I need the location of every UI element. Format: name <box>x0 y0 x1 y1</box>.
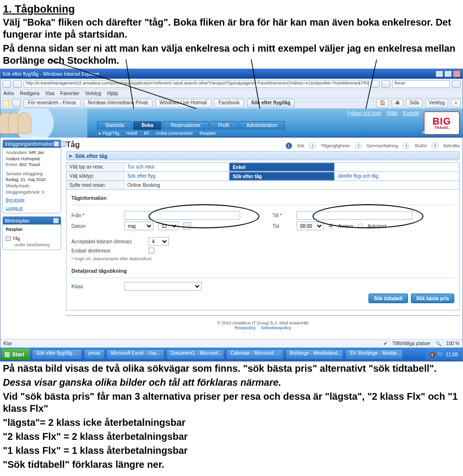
from-input[interactable] <box>124 211 240 220</box>
taskbar-item[interactable]: SV: Borlänge - Medde... <box>345 349 403 360</box>
tray-time: 11:08 <box>446 352 458 357</box>
subnav-flygtag[interactable]: Flyg/Tåg <box>99 131 120 136</box>
page-menu[interactable]: Sida <box>406 99 422 108</box>
link-byt-grupp[interactable]: Byt grupp <box>6 197 58 203</box>
direct-label: Endast direktresor <box>71 248 144 253</box>
header-link-contact[interactable]: Kontakt <box>403 111 419 116</box>
menu-verktyg[interactable]: Verktyg <box>85 91 101 96</box>
ie-tabs-row: För resenären - Finnar Nordeas Internetb… <box>0 98 463 109</box>
sok-basta-pris-button[interactable]: Sök bästa pris <box>411 294 454 303</box>
link-logga-ut[interactable]: Logga ut <box>6 205 58 211</box>
browser-tab[interactable]: Nordeas Internetbank Privat <box>83 99 152 108</box>
search-go-button[interactable] <box>452 80 461 88</box>
help-icon[interactable] <box>54 141 59 147</box>
opt-compare[interactable]: Jämför flyg och tåg <box>335 172 459 181</box>
user-label: Användare: <box>6 150 28 155</box>
klass-select[interactable] <box>124 282 202 291</box>
step-1-label: Sök <box>297 143 305 148</box>
tray-icon: 🔇 <box>429 352 435 357</box>
checkbox-icon[interactable] <box>6 236 11 241</box>
section-sok-efter-tag[interactable]: Sök efter tåg <box>66 151 460 160</box>
header-link-help[interactable]: Hjälp <box>387 111 398 116</box>
tab-boka[interactable]: Boka <box>133 121 161 130</box>
tab-administration[interactable]: Administration <box>238 121 285 130</box>
header-link-faq[interactable]: Frågor och svar <box>348 111 381 116</box>
status-left: Klar <box>3 341 12 346</box>
taskbar-item[interactable]: Calendar - Microsoft ... <box>226 349 284 360</box>
maximize-button[interactable] <box>444 70 452 77</box>
opt-search-train[interactable]: Sök efter tåg <box>229 172 334 181</box>
subnav-resplan[interactable]: Resplan <box>200 131 216 136</box>
feed-icon[interactable]: 🖶 <box>392 99 403 108</box>
tab-startsida[interactable]: Startsida <box>97 121 132 130</box>
search-input[interactable]: finnar <box>392 80 450 88</box>
menu-favoriter[interactable]: Favoriter <box>60 91 79 96</box>
logo-big: BIG <box>433 117 451 126</box>
menu-hjalp[interactable]: Hjälp <box>107 91 118 96</box>
address-input[interactable]: http://e-travelmanagement22.amadeus.com/… <box>24 80 369 88</box>
browser-tab[interactable]: Sök efter flyg/tåg <box>247 99 295 108</box>
tools-menu[interactable]: Verktyg <box>425 99 448 108</box>
start-button[interactable]: Start <box>1 349 30 360</box>
favorites-icon[interactable] <box>2 100 9 107</box>
stop-button[interactable] <box>381 80 390 88</box>
nav-forward-button[interactable] <box>13 80 22 88</box>
taskbar-item[interactable]: privat <box>84 349 104 360</box>
help-icon[interactable]: » <box>451 99 461 108</box>
direct-checkbox[interactable] <box>149 248 154 253</box>
subnav-andra[interactable]: Andra Leverantörer <box>156 131 193 136</box>
failed-logins: Misslyckade inloggningsförsök: 0 <box>6 183 58 195</box>
status-trusted: Tillförlitliga platser <box>392 341 431 346</box>
minimize-button[interactable] <box>436 70 443 77</box>
doc-paragraph-b4: "lägsta"= 2 klass icke återbetalningsbar <box>3 417 460 429</box>
address-bar-row: http://e-travelmanagement22.amadeus.com/… <box>0 79 463 89</box>
opt-spacer <box>335 163 459 171</box>
to-input[interactable] <box>297 211 412 220</box>
trusted-icon: ✔ <box>383 341 387 346</box>
tab-profil[interactable]: Profil <box>210 121 237 130</box>
addtab-icon[interactable] <box>12 99 21 107</box>
menu-redigera[interactable]: Redigera <box>20 91 40 96</box>
sok-tidtabell-button[interactable]: Sök tidtabell <box>368 294 408 303</box>
subnav-hotell[interactable]: Hotell <box>126 131 137 136</box>
footer-link-resepolicy[interactable]: Resepolicy <box>234 325 256 330</box>
menu-arkiv[interactable]: Arkiv <box>3 91 14 96</box>
nav-back-button[interactable] <box>2 80 11 88</box>
time-select[interactable]: 08:00 <box>297 222 324 230</box>
browser-tab[interactable]: För resenären - Finnar <box>24 99 81 108</box>
taskbar-item[interactable]: Borlänge - Meddeland... <box>286 349 343 360</box>
browser-tab[interactable]: Facebook <box>214 99 244 108</box>
subnav-bil[interactable]: Bil <box>144 131 149 136</box>
step-5-label: Bekräfta <box>443 143 460 148</box>
zoom-icon[interactable]: 🔍 <box>436 341 441 346</box>
menu-visa[interactable]: Visa <box>45 91 54 96</box>
time-label: Tid <box>272 224 292 229</box>
opt-roundtrip[interactable]: Tur och retur <box>124 163 229 171</box>
required-note: * Ange ort, stationsnamn eller stationsk… <box>71 256 454 261</box>
main-nav: Startsida Boka Reservationer Profil Admi… <box>97 121 285 130</box>
unit-label: Enhet: <box>6 162 18 167</box>
radio-ankomst[interactable] <box>358 224 363 228</box>
date-label: Datum <box>71 224 120 229</box>
collapse-icon[interactable] <box>53 218 59 224</box>
header-links: Frågor och svar Hjälp Kontakt <box>344 111 419 116</box>
date-day-select[interactable]: 22 <box>158 222 178 230</box>
taskbar-item[interactable]: Dokument1 - Microsof... <box>166 349 224 360</box>
refresh-button[interactable] <box>371 80 380 88</box>
opt-oneway[interactable]: Enkel <box>229 163 334 171</box>
footer-link-sekretess[interactable]: Sekretesspolicy <box>261 325 291 330</box>
taskbar-item[interactable]: Microsoft Excel - Usa... <box>107 349 164 360</box>
tab-reservationer[interactable]: Reservationer <box>163 121 209 130</box>
home-icon[interactable]: 🏠 <box>376 99 389 108</box>
browser-tab[interactable]: Windows Live Hotmail <box>155 99 211 108</box>
accept-select[interactable]: 4 <box>149 237 169 246</box>
step-3-icon: 3 <box>355 142 362 149</box>
system-tray[interactable]: 🔇 🛡 11:08 <box>425 349 462 360</box>
reseinformation-link[interactable]: Reseinformation <box>422 130 459 137</box>
taskbar-item[interactable]: Sök efter flyg/tåg ... <box>32 349 82 360</box>
radio-avresa[interactable] <box>328 224 333 228</box>
close-button[interactable] <box>453 70 461 77</box>
date-month-select[interactable]: maj <box>124 222 153 230</box>
opt-search-flight[interactable]: Sök efter flyg <box>124 172 229 181</box>
calendar-icon[interactable] <box>183 222 191 230</box>
